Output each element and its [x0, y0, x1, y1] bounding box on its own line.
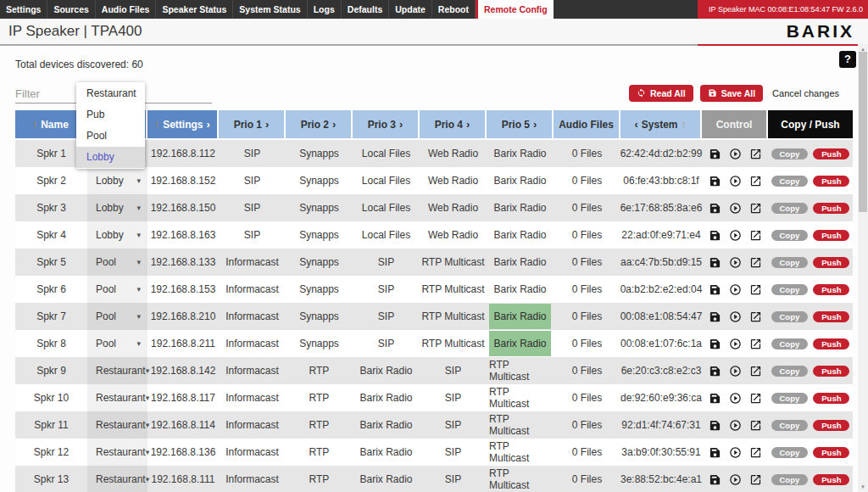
column-header-prio1[interactable]: Prio 1 ›	[219, 110, 284, 138]
open-external-icon[interactable]	[749, 446, 762, 459]
group-select[interactable]: Pool ▾	[87, 276, 147, 303]
push-button[interactable]: Push	[813, 420, 849, 431]
save-icon[interactable]	[709, 338, 721, 350]
column-header-prio5[interactable]: Prio 5 ›	[487, 110, 552, 138]
play-icon[interactable]	[729, 419, 742, 432]
cancel-changes-link[interactable]: Cancel changes	[772, 88, 839, 98]
nav-tab[interactable]: Sources	[47, 0, 95, 19]
group-select[interactable]: Pool ▾	[87, 330, 147, 357]
copy-button[interactable]: Copy	[771, 148, 809, 159]
play-icon[interactable]	[729, 148, 742, 160]
nav-tab[interactable]: Speaker Status	[156, 0, 233, 19]
save-icon[interactable]	[709, 365, 721, 377]
push-button[interactable]: Push	[813, 148, 849, 159]
copy-button[interactable]: Copy	[771, 393, 809, 404]
scroll-down-icon[interactable]: ▼	[858, 482, 868, 492]
column-header-prio4[interactable]: Prio 4 ›	[420, 110, 485, 138]
play-icon[interactable]	[729, 229, 742, 242]
group-select[interactable]: Pool ▾	[87, 249, 147, 276]
open-external-icon[interactable]	[749, 419, 762, 432]
vertical-scrollbar[interactable]: ▲ ▼	[858, 44, 868, 492]
group-select[interactable]: Restaurant ▾	[87, 384, 147, 411]
open-external-icon[interactable]	[749, 365, 762, 377]
save-icon[interactable]	[709, 392, 721, 405]
play-icon[interactable]	[729, 473, 742, 486]
play-icon[interactable]	[729, 338, 742, 350]
open-external-icon[interactable]	[749, 473, 762, 486]
column-header-system[interactable]: ‹ System ↑	[620, 110, 700, 138]
save-icon[interactable]	[709, 256, 721, 269]
dropdown-option[interactable]: Restaurant	[76, 83, 145, 104]
copy-button[interactable]: Copy	[771, 176, 809, 187]
play-icon[interactable]	[729, 175, 742, 187]
push-button[interactable]: Push	[813, 447, 849, 458]
group-select[interactable]: Restaurant ▾	[87, 357, 147, 384]
copy-button[interactable]: Copy	[771, 230, 809, 241]
scrollbar-thumb[interactable]	[859, 52, 867, 212]
push-button[interactable]: Push	[813, 284, 849, 295]
copy-button[interactable]: Copy	[771, 311, 809, 322]
save-icon[interactable]	[709, 229, 721, 242]
column-header-audio-files[interactable]: Audio Files	[554, 110, 619, 138]
copy-button[interactable]: Copy	[771, 474, 809, 485]
group-select[interactable]: Lobby ▾	[87, 221, 147, 249]
nav-tab[interactable]: Logs	[308, 0, 342, 19]
group-select[interactable]: Restaurant ▾	[87, 439, 147, 466]
push-button[interactable]: Push	[813, 366, 849, 377]
push-button[interactable]: Push	[813, 393, 849, 404]
column-header-settings[interactable]: ↑ Settings ›	[147, 110, 217, 138]
copy-button[interactable]: Copy	[771, 257, 809, 268]
dropdown-option[interactable]: Pool	[76, 126, 145, 147]
save-icon[interactable]	[709, 310, 721, 323]
push-button[interactable]: Push	[813, 257, 849, 268]
save-icon[interactable]	[709, 202, 721, 215]
play-icon[interactable]	[729, 365, 742, 377]
dropdown-option[interactable]: Lobby	[76, 147, 145, 168]
play-icon[interactable]	[729, 283, 742, 296]
nav-tab[interactable]: Remote Config	[476, 0, 554, 19]
column-header-prio2[interactable]: Prio 2 ›	[286, 110, 351, 138]
open-external-icon[interactable]	[749, 202, 762, 215]
open-external-icon[interactable]	[749, 310, 762, 323]
nav-tab[interactable]: Defaults	[342, 0, 389, 19]
play-icon[interactable]	[729, 256, 742, 269]
open-external-icon[interactable]	[749, 229, 762, 242]
group-select[interactable]: Restaurant ▾	[87, 466, 147, 492]
push-button[interactable]: Push	[813, 474, 849, 485]
nav-tab[interactable]: System Status	[233, 0, 307, 19]
save-icon[interactable]	[709, 446, 721, 459]
play-icon[interactable]	[729, 392, 742, 405]
copy-button[interactable]: Copy	[771, 338, 809, 349]
nav-tab[interactable]: Settings	[0, 0, 47, 19]
push-button[interactable]: Push	[813, 203, 849, 214]
group-select[interactable]: Restaurant ▾	[87, 411, 147, 439]
play-icon[interactable]	[729, 446, 742, 459]
push-button[interactable]: Push	[813, 230, 849, 241]
push-button[interactable]: Push	[813, 311, 849, 322]
copy-button[interactable]: Copy	[771, 284, 809, 295]
save-all-button[interactable]: Save All	[700, 85, 763, 102]
copy-button[interactable]: Copy	[771, 203, 809, 214]
copy-button[interactable]: Copy	[771, 366, 809, 377]
open-external-icon[interactable]	[749, 338, 762, 350]
copy-button[interactable]: Copy	[771, 420, 809, 431]
play-icon[interactable]	[729, 310, 742, 323]
open-external-icon[interactable]	[749, 392, 762, 405]
dropdown-option[interactable]: Pub	[76, 104, 145, 126]
group-select[interactable]: Lobby ▾	[87, 167, 147, 194]
save-icon[interactable]	[709, 148, 721, 160]
open-external-icon[interactable]	[749, 256, 762, 269]
save-icon[interactable]	[709, 175, 721, 187]
help-button[interactable]: ?	[839, 51, 856, 68]
open-external-icon[interactable]	[749, 148, 762, 160]
play-icon[interactable]	[729, 202, 742, 215]
save-icon[interactable]	[709, 419, 721, 432]
copy-button[interactable]: Copy	[771, 447, 809, 458]
group-select[interactable]: Pool ▾	[87, 303, 147, 330]
save-icon[interactable]	[709, 283, 721, 296]
open-external-icon[interactable]	[749, 283, 762, 296]
column-header-name[interactable]: ↑ Name	[15, 110, 86, 138]
push-button[interactable]: Push	[813, 176, 849, 187]
open-external-icon[interactable]	[749, 175, 762, 187]
push-button[interactable]: Push	[813, 338, 849, 349]
